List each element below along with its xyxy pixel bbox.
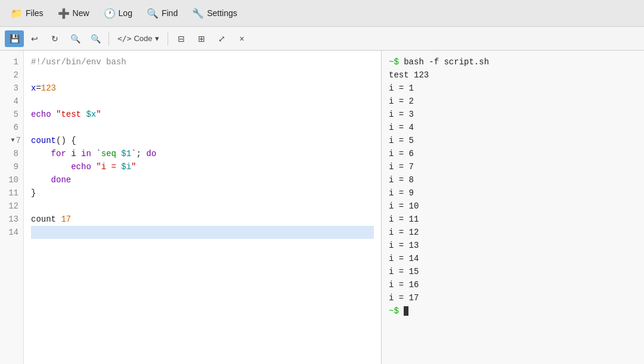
line-number: 2 [0,69,23,82]
split-h-icon: ⊟ [178,34,185,43]
line-number: ▼7 [0,134,23,147]
code-line: count 17 [31,213,374,226]
code-line: done [31,173,374,186]
line-number: 12 [0,200,23,213]
main-area: 123456▼7891011121314 #!/usr/bin/env bash… [0,51,644,364]
code-line: for i in `seq $1`; do [31,147,374,160]
toolbar-separator [109,32,109,46]
menu-find[interactable]: 🔍 Find [141,5,184,22]
code-line: echo "i = $i" [31,160,374,173]
code-line [31,200,374,213]
terminal-line: i = 10 [389,200,637,213]
code-line [31,121,374,134]
terminal-line: i = 14 [389,252,637,265]
redo-button[interactable]: ↻ [45,30,64,47]
terminal-line: i = 16 [389,278,637,291]
code-brackets-icon: </> [117,34,131,43]
terminal-line: i = 9 [389,186,637,200]
menu-log[interactable]: 🕐 Log [98,5,138,22]
close-icon: × [239,34,244,43]
toolbar: 💾 ↩ ↻ 🔍 🔍 </> Code ▾ ⊟ ⊞ ⤢ × [0,27,644,51]
search-button[interactable]: 🔍 [66,30,85,47]
editor-panel: 123456▼7891011121314 #!/usr/bin/env bash… [0,51,382,364]
undo-button[interactable]: ↩ [25,30,44,47]
search-icon: 🔍 [70,34,80,43]
code-line: #!/usr/bin/env bash [31,55,374,69]
code-label: Code [134,34,152,43]
terminal-line: ~$ bash -f script.sh [389,55,637,69]
save-icon: 💾 [10,34,20,43]
undo-icon: ↩ [31,34,38,43]
terminal-line: i = 1 [389,82,637,95]
line-number: 14 [0,226,23,239]
split-h-button[interactable]: ⊟ [172,30,191,47]
editor-content[interactable]: 123456▼7891011121314 #!/usr/bin/env bash… [0,51,381,364]
code-line: echo "test $x" [31,108,374,121]
terminal-line: i = 2 [389,95,637,108]
expand-icon: ⤢ [218,34,225,43]
terminal-line: i = 17 [389,291,637,304]
terminal-line: test 123 [389,69,637,82]
menu-settings[interactable]: 🔧 Settings [186,5,243,22]
close-panel-button[interactable]: × [233,30,252,47]
code-dropdown-button[interactable]: </> Code ▾ [113,32,164,45]
split-v-button[interactable]: ⊞ [192,30,211,47]
fold-arrow[interactable]: ▼ [11,134,15,147]
search2-icon: 🔍 [91,34,101,43]
line-number: 5 [0,108,23,121]
code-line: count() { [31,134,374,147]
chevron-down-icon: ▾ [155,34,159,43]
menu-bar: 📁 Files ➕ New 🕐 Log 🔍 Find 🔧 Settings 📄 … [0,0,644,27]
terminal-line: i = 4 [389,121,637,134]
terminal-panel[interactable]: ~$ bash -f script.shtest 123i = 1i = 2i … [382,51,644,364]
line-number: 6 [0,121,23,134]
line-number: 8 [0,147,23,160]
files-icon: 📁 [11,8,23,19]
find-icon: 🔍 [147,8,159,19]
terminal-line: i = 13 [389,239,637,252]
code-line [31,226,374,239]
split-v-icon: ⊞ [198,34,205,43]
line-number: 13 [0,213,23,226]
terminal-line: i = 12 [389,226,637,239]
code-area[interactable]: #!/usr/bin/env bashx=123echo "test $x"co… [24,51,381,364]
terminal-prompt-line: ~$ [389,304,637,318]
terminal-cursor [404,306,408,316]
terminal-line: i = 3 [389,108,637,121]
terminal-line: i = 8 [389,173,637,186]
save-button[interactable]: 💾 [5,30,24,47]
code-line: } [31,186,374,200]
terminal-line: i = 5 [389,134,637,147]
menu-files[interactable]: 📁 Files [5,5,49,22]
terminal-line: i = 7 [389,160,637,173]
code-line [31,95,374,108]
line-number: 4 [0,95,23,108]
expand-button[interactable]: ⤢ [212,30,231,47]
log-icon: 🕐 [104,8,116,19]
menu-new[interactable]: ➕ New [52,5,95,22]
line-numbers: 123456▼7891011121314 [0,51,24,364]
line-number: 1 [0,55,23,69]
terminal-line: i = 15 [389,265,637,278]
line-number: 3 [0,82,23,95]
line-number: 10 [0,173,23,186]
settings-icon: 🔧 [192,8,204,19]
new-icon: ➕ [58,8,70,19]
terminal-line: i = 6 [389,147,637,160]
toolbar-separator2 [168,32,168,46]
terminal-prompt: ~$ [389,57,404,67]
code-line: x=123 [31,82,374,95]
terminal-line: i = 11 [389,213,637,226]
search2-button[interactable]: 🔍 [86,30,105,47]
code-line [31,69,374,82]
line-number: 9 [0,160,23,173]
redo-icon: ↻ [51,34,58,43]
line-number: 11 [0,186,23,200]
